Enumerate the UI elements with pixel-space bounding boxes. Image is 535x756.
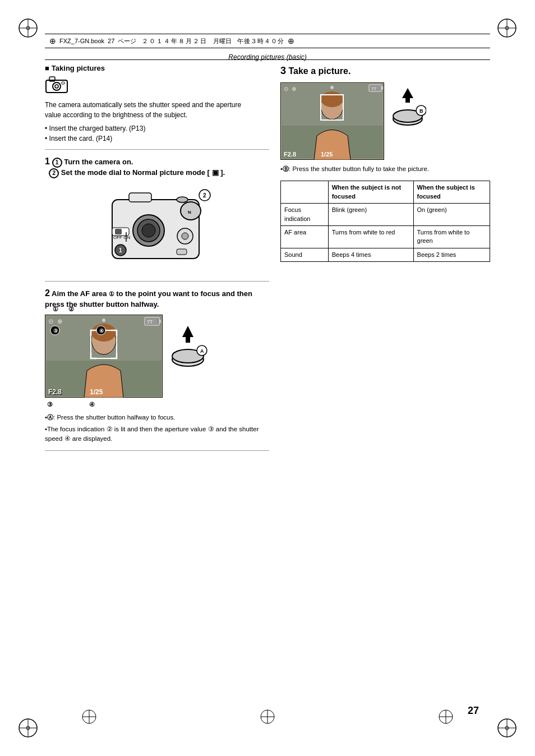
svg-text:⊙: ⊙ (48, 318, 53, 325)
step2-callout-nums-top: ① ② (45, 306, 74, 313)
svg-text:③: ③ (53, 328, 58, 334)
main-content: ■ Taking pictures The camera automatical… (45, 62, 490, 700)
header-time: 午後３時４０分 (237, 37, 284, 45)
svg-text:⊙: ⊙ (284, 86, 288, 92)
step2-callout-nums-bottom: ③ ④ (45, 401, 95, 408)
svg-rect-49 (159, 320, 161, 323)
bullet-1: • Insert the charged battery. (P13) (45, 123, 269, 133)
table-cell-focus-not: Blink (green) (328, 204, 413, 226)
table-label-sound: Sound (281, 248, 329, 261)
corner-decoration-tl (17, 17, 39, 39)
svg-rect-31 (115, 229, 122, 234)
svg-text:⊕: ⊕ (57, 318, 62, 325)
bottom-cross-left (81, 708, 98, 725)
header-crosshair-left: ⊕ (49, 36, 56, 45)
svg-text:B: B (419, 108, 423, 114)
header-crosshair-right: ⊕ (288, 36, 294, 45)
table-cell-sound-not: Beeps 4 times (328, 248, 413, 261)
callout-4: ④ (89, 401, 95, 408)
svg-text:1/25: 1/25 (90, 388, 103, 396)
step2-lcd-container: ① ② (45, 315, 163, 399)
table-cell-af-yes: Turns from white to green (413, 226, 490, 248)
header-date: ２０１４年８月２日 (142, 37, 207, 45)
table-label-focus: Focus indication (281, 204, 329, 226)
step2-note-1: •Ⓐ: Press the shutter button halfway to … (45, 413, 269, 422)
svg-text:⊕: ⊕ (292, 86, 296, 92)
camera-body-svg: N OFF ON 1 2 (95, 183, 219, 275)
svg-point-26 (177, 197, 188, 202)
table-col-empty (281, 181, 329, 204)
svg-point-37 (182, 233, 188, 239)
table-row-focus: Focus indication Blink (green) On (green… (281, 204, 490, 226)
step1-area: 1 1 Turn the camera on. 2 Set the mode d… (45, 155, 269, 275)
header-day: 月曜日 (213, 37, 232, 45)
table-cell-focus-yes: On (green) (413, 204, 490, 226)
svg-text:2: 2 (203, 192, 206, 199)
two-col-layout: ■ Taking pictures The camera automatical… (45, 64, 490, 457)
header-unit: ページ (118, 37, 136, 45)
svg-point-68 (321, 91, 343, 107)
table-cell-sound-yes: Beeps 2 times (413, 248, 490, 261)
table-row-af: AF area Turns from white to red Turns fr… (281, 226, 490, 248)
square-icon: ■ (45, 64, 49, 72)
svg-rect-25 (129, 193, 151, 202)
svg-point-72 (330, 86, 334, 89)
corner-decoration-tr (496, 17, 518, 39)
callout-1: ① (53, 306, 58, 313)
svg-point-18 (55, 85, 58, 88)
svg-text:1/25: 1/25 (321, 151, 333, 158)
svg-rect-38 (177, 249, 187, 255)
bullet-2: • Insert the card. (P14) (45, 133, 269, 144)
table-col-not-focused: When the subject is not focused (328, 181, 413, 204)
svg-rect-74 (381, 86, 383, 90)
intro-text: The camera automatically sets the shutte… (45, 100, 258, 120)
step3-heading: 3 Take a picture. (280, 64, 490, 78)
table-row-sound: Sound Beeps 4 times Beeps 2 times (281, 248, 490, 261)
step1-diagram: N OFF ON 1 2 (45, 183, 269, 275)
svg-text:F2.8: F2.8 (284, 151, 296, 158)
svg-rect-80 (405, 93, 410, 103)
page: ⊕ FXZ_7-GN.book 27 ページ ２０１４年８月２日 月曜日 午後３… (0, 0, 535, 756)
svg-text:N: N (188, 210, 191, 215)
step1-heading: 1 1 Turn the camera on. 2 Set the mode d… (45, 155, 269, 178)
step2-image-area: ① ② (45, 315, 269, 399)
shutter-a-svg: A (168, 326, 207, 371)
step2-note-2: •The focus indication ② is lit and then … (45, 425, 269, 444)
svg-text:F2.8: F2.8 (48, 388, 62, 396)
step3-area: 3 Take a picture. (280, 64, 490, 262)
svg-text:77: 77 (371, 86, 376, 91)
svg-text:77: 77 (147, 319, 153, 325)
table-cell-af-not: Turns from white to red (328, 226, 413, 248)
header-filename: FXZ_7-GN.book (59, 38, 104, 44)
step2-heading: 2 Aim the AF area ① to the point you wan… (45, 287, 269, 310)
table-label-af: AF area (281, 226, 329, 248)
step2-notes: •Ⓐ: Press the shutter button halfway to … (45, 413, 269, 444)
svg-text:1: 1 (119, 247, 122, 253)
taking-pictures-heading: ■ Taking pictures (45, 64, 269, 72)
step3-lcd-svg: ⊙ ⊕ 77 F2.8 1/25 (280, 82, 384, 160)
svg-text:A: A (200, 348, 204, 354)
right-column: 3 Take a picture. (280, 64, 490, 457)
step2-lcd-svg: ⊙ ⊕ 77 F2.8 1/25 (45, 315, 163, 398)
svg-point-17 (53, 82, 61, 90)
svg-rect-20 (62, 82, 64, 84)
step3-note: •Ⓑ: Press the shutter button fully to ta… (280, 164, 490, 174)
bottom-cross-right (437, 708, 454, 725)
callout-3: ③ (47, 401, 53, 408)
header-page-ref: 27 (108, 38, 114, 44)
bottom-decorations (0, 708, 535, 725)
svg-point-47 (102, 319, 105, 322)
step2-area: 2 Aim the AF area ① to the point you wan… (45, 287, 269, 444)
header-bar: ⊕ FXZ_7-GN.book 27 ページ ２０１４年８月２日 月曜日 午後３… (45, 34, 490, 48)
left-column: ■ Taking pictures The camera automatical… (45, 64, 269, 457)
svg-text:④: ④ (99, 328, 104, 334)
svg-rect-59 (186, 331, 190, 343)
camera-icon-area (45, 76, 269, 95)
focus-table: When the subject is not focused When the… (280, 181, 490, 262)
shutter-b-svg: B (390, 88, 426, 130)
shutter-btn-a-area: A (168, 315, 207, 371)
shutter-btn-b-area: B (390, 82, 426, 130)
bottom-cross-center (259, 708, 276, 725)
camera-icon (45, 76, 68, 94)
svg-point-24 (142, 224, 155, 237)
